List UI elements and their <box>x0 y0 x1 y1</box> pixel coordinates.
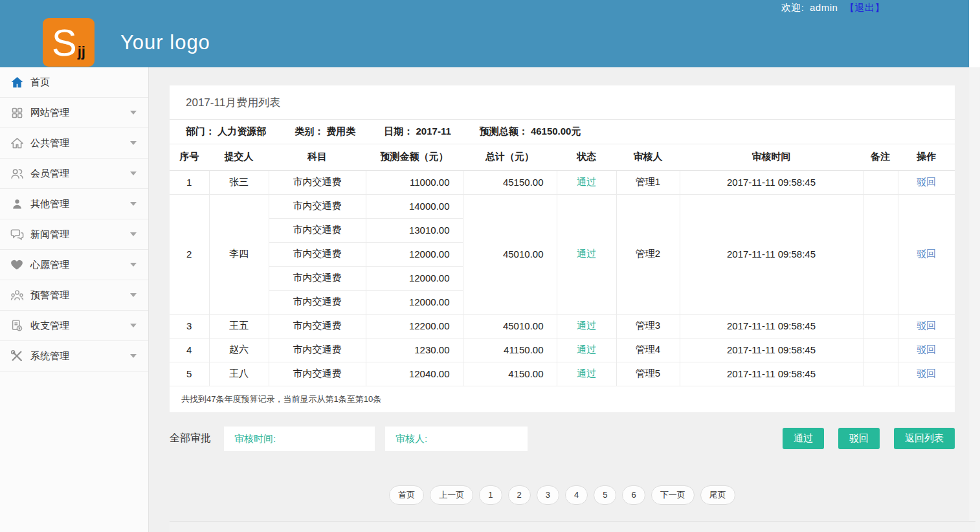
column-header: 科目 <box>269 144 366 170</box>
reject-link[interactable]: 驳回 <box>917 320 936 331</box>
reviewer-cell: 管理3 <box>616 314 680 338</box>
reviewer-input[interactable] <box>385 427 528 451</box>
sidebar-item-public[interactable]: 公共管理 <box>0 128 148 159</box>
sidebar-nav: 首页网站管理公共管理会员管理其他管理新闻管理心愿管理预警管理收支管理系统管理 <box>0 67 149 532</box>
status-cell: 通过 <box>557 362 616 386</box>
status-link[interactable]: 通过 <box>577 176 596 187</box>
review-time-input[interactable] <box>224 427 375 451</box>
reject-link[interactable]: 驳回 <box>917 176 936 187</box>
status-link[interactable]: 通过 <box>577 344 596 355</box>
remark-cell <box>863 362 898 386</box>
logo-text: Your logo <box>120 31 210 54</box>
logo-sub-letters: jj <box>78 43 85 60</box>
page-2[interactable]: 2 <box>508 485 531 505</box>
table-row: 2李四市内交通费14000.0045010.00通过管理22017-11-11 … <box>170 194 955 218</box>
reject-button[interactable]: 驳回 <box>838 428 880 449</box>
reject-link[interactable]: 驳回 <box>917 344 936 355</box>
page-5[interactable]: 5 <box>594 485 616 505</box>
column-header: 总计（元） <box>463 144 557 170</box>
chevron-down-icon <box>130 232 137 236</box>
status-link[interactable]: 通过 <box>577 368 596 379</box>
welcome-label: 欢迎: <box>781 2 805 13</box>
page-prev[interactable]: 上一页 <box>430 485 473 505</box>
table-row: 1张三市内交通费11000.0045150.00通过管理12017-11-11 … <box>170 170 955 194</box>
remark-cell <box>863 314 898 338</box>
page-next[interactable]: 下一页 <box>651 485 695 505</box>
welcome-bar: 欢迎: admin 【退出】 <box>781 2 885 14</box>
amount-cell: 1230.00 <box>366 338 463 362</box>
back-to-list-button[interactable]: 返回列表 <box>894 428 955 449</box>
scrollbar-track-top[interactable] <box>969 0 980 67</box>
sidebar-item-finance[interactable]: 收支管理 <box>0 311 148 341</box>
status-cell: 通过 <box>557 314 616 338</box>
sidebar-item-website[interactable]: 网站管理 <box>0 98 148 128</box>
sidebar-item-label: 系统管理 <box>30 350 69 362</box>
sidebar-item-warning[interactable]: 预警管理 <box>0 280 148 311</box>
reject-link[interactable]: 驳回 <box>917 368 936 379</box>
page-1[interactable]: 1 <box>479 485 502 505</box>
app-logo: S jj <box>43 18 95 67</box>
table-row: 5王八市内交通费12040.004150.00通过管理52017-11-11 0… <box>170 362 955 386</box>
record-count-summary: 共找到47条年度预算记录，当前显示从第1条至第10条 <box>170 386 955 412</box>
column-header: 提交人 <box>209 144 269 170</box>
table-row: 4赵六市内交通费1230.0041150.00通过管理42017-11-11 0… <box>170 338 955 362</box>
reviewer-cell: 管理4 <box>616 338 680 362</box>
logout-link[interactable]: 【退出】 <box>845 2 885 13</box>
amount-cell: 12000.00 <box>366 242 463 266</box>
main-content: 2017-11月费用列表 部门： 人力资源部类别： 费用类日期： 2017-11… <box>149 67 980 532</box>
amount-cell: 12200.00 <box>366 314 463 338</box>
users-icon <box>8 166 25 181</box>
page-4[interactable]: 4 <box>565 485 588 505</box>
sidebar-item-home[interactable]: 首页 <box>0 67 148 98</box>
total-cell: 45010.00 <box>463 194 557 314</box>
home-icon <box>8 74 25 90</box>
receipt-icon <box>8 318 25 333</box>
approval-button-group: 通过 驳回 返回列表 <box>783 428 955 449</box>
heart-icon <box>8 257 25 272</box>
status-link[interactable]: 通过 <box>577 248 596 259</box>
reject-link[interactable]: 驳回 <box>917 248 936 259</box>
action-cell: 驳回 <box>898 194 955 314</box>
sidebar-item-system[interactable]: 系统管理 <box>0 341 148 371</box>
filter-category: 类别： 费用类 <box>295 126 355 138</box>
logo-letter: S <box>52 24 77 61</box>
username: admin <box>810 2 838 13</box>
filter-summary-row: 部门： 人力资源部类别： 费用类日期： 2017-11预测总额： 46150.0… <box>170 120 955 144</box>
page-3[interactable]: 3 <box>537 485 559 505</box>
tools-icon <box>8 348 25 364</box>
amount-cell: 11000.00 <box>366 170 463 194</box>
total-cell: 45150.00 <box>463 170 557 194</box>
grid-icon <box>8 105 25 120</box>
sidebar-item-wish[interactable]: 心愿管理 <box>0 250 148 280</box>
submitter-cell: 张三 <box>209 170 269 194</box>
subject-cell: 市内交通费 <box>269 266 366 290</box>
column-header: 预测金额（元） <box>366 144 463 170</box>
amount-cell: 14000.00 <box>366 194 463 218</box>
reviewer-cell: 管理1 <box>616 170 680 194</box>
sidebar-item-label: 网站管理 <box>30 107 69 119</box>
chevron-down-icon <box>130 141 137 145</box>
page-last[interactable]: 尾页 <box>700 485 735 505</box>
status-link[interactable]: 通过 <box>577 320 596 331</box>
action-cell: 驳回 <box>898 314 955 338</box>
status-cell: 通过 <box>557 194 616 314</box>
sidebar-item-label: 收支管理 <box>30 320 69 332</box>
submitter-cell: 李四 <box>209 194 269 314</box>
chevron-down-icon <box>130 324 137 327</box>
sidebar-item-other[interactable]: 其他管理 <box>0 189 148 219</box>
page-first[interactable]: 首页 <box>389 485 424 505</box>
person-icon <box>8 196 25 212</box>
seq-cell: 4 <box>170 338 209 362</box>
sidebar-item-label: 预警管理 <box>30 289 69 302</box>
sidebar-item-label: 其他管理 <box>30 198 69 210</box>
column-header: 状态 <box>557 144 616 170</box>
top-header: S jj Your logo 欢迎: admin 【退出】 <box>0 0 969 67</box>
sidebar-item-member[interactable]: 会员管理 <box>0 159 148 189</box>
approve-button[interactable]: 通过 <box>783 428 824 449</box>
subject-cell: 市内交通费 <box>269 362 366 386</box>
pagination: 首页上一页123456下一页尾页 <box>170 485 955 505</box>
sidebar-item-news[interactable]: 新闻管理 <box>0 219 148 250</box>
table-row: 3王五市内交通费12200.0045010.00通过管理32017-11-11 … <box>170 314 955 338</box>
page-6[interactable]: 6 <box>622 485 645 505</box>
expense-list-card: 2017-11月费用列表 部门： 人力资源部类别： 费用类日期： 2017-11… <box>170 85 955 412</box>
